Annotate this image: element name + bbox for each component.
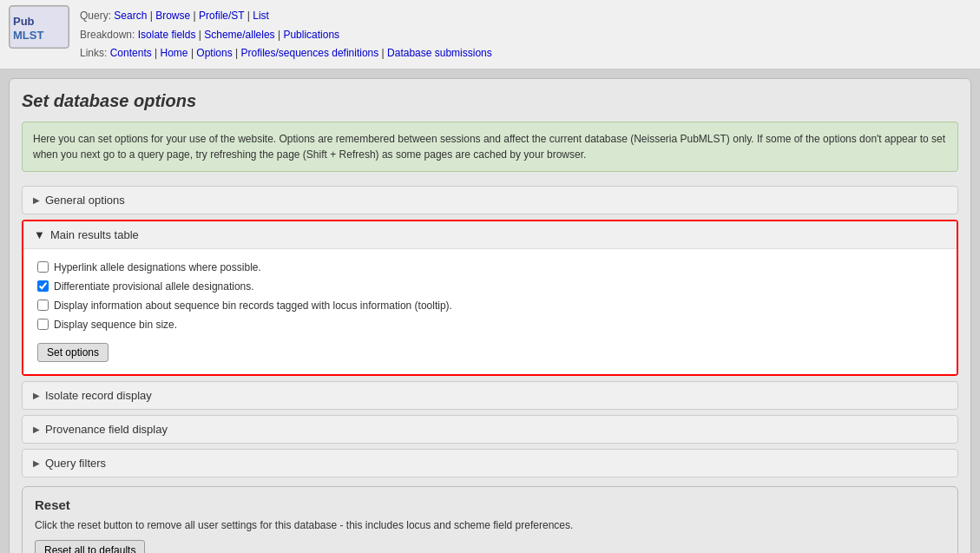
query-list-link[interactable]: List [253,10,269,22]
isolate-record-arrow: ▶ [33,391,40,400]
provenance-label: Provenance field display [45,423,168,436]
differentiate-provisional-label: Differentiate provisional allele designa… [54,280,254,293]
general-options-arrow: ▶ [33,195,40,205]
reset-button[interactable]: Reset all to defaults [35,540,145,553]
provenance-header[interactable]: ▶ Provenance field display [23,416,957,443]
isolate-record-panel: ▶ Isolate record display [22,381,958,410]
header: Pub MLST Query: Search | Browse | Profil… [0,0,980,69]
reset-section: Reset Click the reset button to remove a… [22,486,958,553]
links-label: Links: [80,47,107,59]
checkbox-row-3: Display information about sequence bin r… [37,300,943,312]
breakdown-scheme-link[interactable]: Scheme/alleles [204,29,274,41]
logo: Pub MLST [9,5,69,49]
content-area: Set database options Here you can set op… [9,78,971,553]
breakdown-publications-link[interactable]: Publications [283,29,339,41]
checkbox-row-1: Hyperlink allele designations where poss… [37,261,943,273]
query-filters-panel: ▶ Query filters [22,449,958,477]
nav-profiles-link[interactable]: Profiles/sequences definitions [241,47,379,59]
query-filters-header[interactable]: ▶ Query filters [23,450,957,477]
svg-text:Pub: Pub [13,15,35,28]
info-text: Here you can set options for your use of… [33,133,945,161]
display-seqbin-size-checkbox[interactable] [37,319,49,330]
query-filters-arrow: ▶ [33,458,40,468]
nav-options-link[interactable]: Options [196,47,232,59]
query-filters-label: Query filters [45,457,106,470]
query-search-link[interactable]: Search [114,10,147,22]
breakdown-row: Breakdown: Isolate fields | Scheme/allel… [80,26,492,45]
hyperlink-allele-checkbox[interactable] [37,261,49,273]
differentiate-provisional-checkbox[interactable] [37,280,49,292]
checkbox-row-4: Display sequence bin size. [37,319,943,331]
nav-submissions-link[interactable]: Database submissions [387,47,492,59]
general-options-panel: ▶ General options [22,186,958,214]
nav-row: Links: Contents | Home | Options | Profi… [80,44,492,63]
info-box: Here you can set options for your use of… [22,122,958,172]
nav-home-link[interactable]: Home [161,47,188,59]
main-results-label: Main results table [50,228,139,241]
query-label: Query: [80,10,111,22]
isolate-record-header[interactable]: ▶ Isolate record display [23,382,957,409]
header-links: Query: Search | Browse | Profile/ST | Li… [80,5,492,63]
hyperlink-allele-label: Hyperlink allele designations where poss… [54,261,261,273]
page-title: Set database options [22,91,958,111]
display-seqbin-info-label: Display information about sequence bin r… [54,300,452,312]
set-options-button[interactable]: Set options [37,343,109,362]
main-results-panel: ▼ Main results table Hyperlink allele de… [22,220,958,376]
display-seqbin-size-label: Display sequence bin size. [54,319,177,331]
general-options-header[interactable]: ▶ General options [23,187,957,214]
provenance-panel: ▶ Provenance field display [22,415,958,444]
breakdown-isolate-link[interactable]: Isolate fields [138,29,196,41]
general-options-label: General options [45,194,125,207]
reset-title: Reset [35,497,945,512]
nav-contents-link[interactable]: Contents [110,47,152,59]
provenance-arrow: ▶ [33,425,40,434]
main-results-header[interactable]: ▼ Main results table [23,221,957,249]
query-row: Query: Search | Browse | Profile/ST | Li… [80,7,492,26]
svg-text:MLST: MLST [13,29,43,42]
main-results-arrow: ▼ [34,228,45,241]
display-seqbin-info-checkbox[interactable] [37,300,49,311]
checkbox-row-2: Differentiate provisional allele designa… [37,280,943,293]
main-results-body: Hyperlink allele designations where poss… [23,249,957,374]
isolate-record-label: Isolate record display [45,389,152,402]
reset-description: Click the reset button to remove all use… [35,519,945,531]
query-browse-link[interactable]: Browse [155,10,190,22]
query-profile-link[interactable]: Profile/ST [199,10,244,22]
breakdown-label: Breakdown: [80,29,135,41]
